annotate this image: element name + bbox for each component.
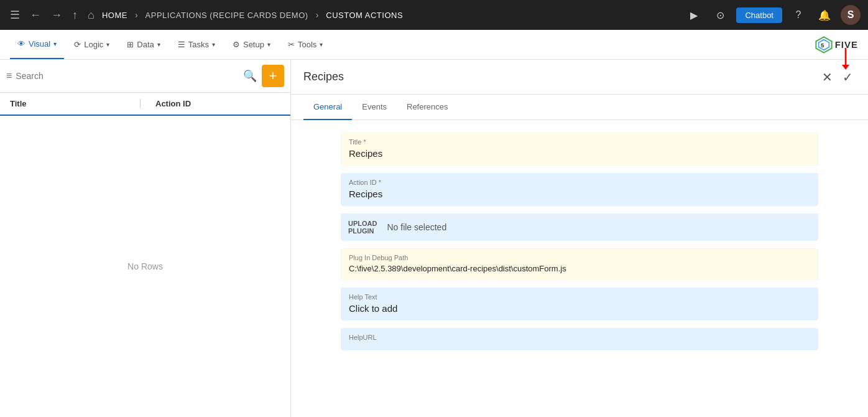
upload-main-label: UPLOAD [348,220,377,227]
breadcrumb-sep-2: › [316,10,319,20]
upload-value: No file selected [387,222,446,232]
help-icon[interactable]: ? [788,5,808,25]
action-id-field-label: Action ID * [349,179,810,186]
search-icon-btn[interactable]: 🔍 [243,69,257,83]
table-header: Title Action ID [0,93,290,116]
tasks-dropdown-icon: ▾ [212,41,215,48]
nav-item-setup[interactable]: ⚙ Setup ▾ [225,30,278,59]
plugin-debug-field[interactable]: Plug In Debug Path C:\five\2.5.389\devel… [341,248,818,280]
help-text-label: Help Text [349,293,810,301]
tab-general[interactable]: General [303,95,352,120]
form-content: Title * Recipes Action ID * Recipes UPLO… [291,120,868,417]
nav-item-visual[interactable]: 👁 Visual ▾ [10,30,64,59]
help-url-field[interactable]: HelpURL [341,328,818,350]
nav-item-logic[interactable]: ⟳ Logic ▾ [67,30,117,59]
second-nav: 👁 Visual ▾ ⟳ Logic ▾ ⊞ Data ▾ ☰ Tasks ▾ … [0,30,868,60]
play-icon[interactable]: ▶ [684,5,704,25]
five-logo: 5 FIVE [815,36,858,54]
action-id-field[interactable]: Action ID * Recipes [341,173,818,206]
tab-references[interactable]: References [397,95,458,120]
action-id-field-value: Recipes [349,189,810,199]
back-icon[interactable]: ← [27,6,44,24]
data-dropdown-icon: ▾ [157,41,160,48]
panel-actions: ✕ ✓ [820,67,856,87]
title-field-label: Title * [349,138,810,146]
no-rows-message: No Rows [0,116,290,417]
upload-plugin-field[interactable]: UPLOAD PLUGIN No file selected [341,213,818,241]
search-input[interactable] [16,71,238,81]
user-avatar[interactable]: S [841,5,861,25]
search-input-wrap: ≡ [6,70,238,82]
tasks-icon: ☰ [178,40,185,49]
upload-label-col: UPLOAD PLUGIN [348,220,377,235]
top-nav-right: ▶ ⊙ Chatbot ? 🔔 S [684,5,861,25]
bell-icon[interactable]: 🔔 [815,5,834,25]
logic-icon: ⟳ [74,40,81,49]
up-icon[interactable]: ↑ [70,6,80,24]
nav-label-tasks: Tasks [188,40,209,49]
tools-dropdown-icon: ▾ [320,41,323,48]
svg-text:5: 5 [821,42,824,49]
search-circle-icon[interactable]: ⊙ [710,5,730,25]
title-field-value: Recipes [349,148,810,159]
panel-title: Recipes [303,70,820,83]
plugin-debug-label: Plug In Debug Path [349,254,810,261]
column-title: Title [10,99,135,108]
nav-label-setup: Setup [243,40,264,49]
five-text: FIVE [835,39,858,50]
confirm-button[interactable]: ✓ [840,67,856,87]
home-icon[interactable]: ⌂ [85,6,97,24]
plugin-debug-value: C:\five\2.5.389\development\card-recipes… [349,264,810,273]
app-label[interactable]: APPLICATIONS (RECIPE CARDS DEMO) [145,11,308,20]
five-logo-icon: 5 [815,36,833,54]
right-panel: Recipes ✕ ✓ General Events Refer [291,60,868,417]
panel-header: Recipes ✕ ✓ [291,60,868,95]
nav-item-tools[interactable]: ✂ Tools ▾ [280,30,330,59]
search-bar: ≡ 🔍 + [0,60,290,93]
breadcrumb-sep-1: › [135,10,138,20]
visual-dropdown-icon: ▾ [53,40,57,47]
home-label[interactable]: HOME [102,11,127,20]
close-button[interactable]: ✕ [820,67,835,87]
column-divider [140,99,141,108]
nav-label-logic: Logic [84,40,103,49]
nav-item-data[interactable]: ⊞ Data ▾ [119,30,167,59]
top-nav: ☰ ← → ↑ ⌂ HOME › APPLICATIONS (RECIPE CA… [0,0,868,30]
eye-icon: 👁 [17,39,25,49]
main-layout: ≡ 🔍 + Title Action ID No Rows Recipes ✕ … [0,60,868,417]
title-field[interactable]: Title * Recipes [341,133,818,166]
help-text-field[interactable]: Help Text Click to add [341,288,818,321]
nav-label-tools: Tools [298,40,316,49]
forward-icon[interactable]: → [48,6,65,24]
help-url-label: HelpURL [349,334,810,341]
logic-dropdown-icon: ▾ [106,41,109,48]
tab-events[interactable]: Events [352,95,397,120]
help-text-value: Click to add [349,303,810,314]
add-button[interactable]: + [262,65,284,87]
confirm-btn-wrap: ✓ [840,67,856,87]
tools-icon: ✂ [288,40,295,49]
setup-dropdown-icon: ▾ [267,41,270,48]
upload-sub-label: PLUGIN [348,227,377,235]
filter-icon: ≡ [6,70,12,82]
chatbot-button[interactable]: Chatbot [736,7,782,23]
data-icon: ⊞ [127,40,134,49]
left-panel: ≡ 🔍 + Title Action ID No Rows [0,60,291,417]
nav-label-visual: Visual [29,39,50,49]
current-label: CUSTOM ACTIONS [326,11,403,20]
setup-icon: ⚙ [233,40,240,49]
nav-item-tasks[interactable]: ☰ Tasks ▾ [170,30,223,59]
nav-label-data: Data [137,40,154,49]
column-action-id: Action ID [145,99,280,108]
hamburger-icon[interactable]: ☰ [7,6,22,24]
tabs-bar: General Events References [291,95,868,120]
